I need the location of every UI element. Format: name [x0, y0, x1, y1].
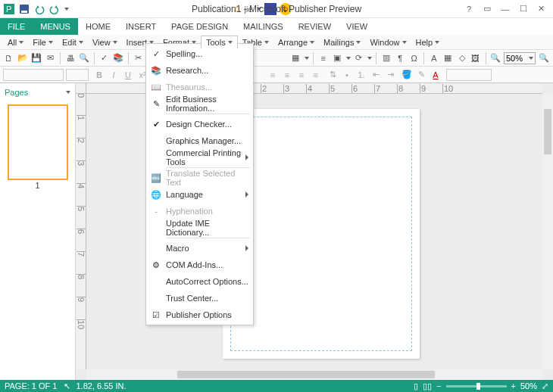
menu-tools[interactable]: Tools: [201, 36, 238, 49]
two-page-view-icon[interactable]: ▯▯: [423, 381, 432, 391]
zoom-slider[interactable]: [446, 385, 507, 387]
columns-icon[interactable]: ▥: [380, 52, 392, 64]
save-icon[interactable]: [18, 3, 30, 15]
insert-symbol-icon[interactable]: ¶: [395, 52, 406, 64]
save-tb-icon[interactable]: 💾: [31, 52, 42, 64]
print-preview-icon[interactable]: 🔍: [79, 52, 90, 64]
open-icon[interactable]: 📂: [17, 52, 28, 64]
numbering-icon[interactable]: 1.: [355, 69, 367, 81]
menu-arrange[interactable]: Arrange: [273, 36, 319, 48]
vertical-ruler[interactable]: 012345678910: [76, 83, 86, 369]
bullets-icon[interactable]: •: [341, 69, 353, 81]
thesaurus-icon: 📖: [149, 81, 163, 93]
zoom-in-status[interactable]: +: [511, 381, 516, 390]
justify-icon[interactable]: ≡: [310, 69, 322, 81]
menu-edit[interactable]: Edit: [58, 36, 88, 48]
menu-help[interactable]: Help: [411, 36, 445, 48]
menu-language[interactable]: 🌐Language: [146, 186, 253, 203]
menu-update-ime[interactable]: Update IME Dictionary...: [146, 219, 253, 236]
align-left2-icon[interactable]: ≡: [267, 69, 279, 81]
new-icon[interactable]: 🗋: [3, 52, 14, 64]
close-button[interactable]: ✕: [533, 2, 550, 16]
tab-menus[interactable]: MENUS: [33, 18, 78, 35]
rotate-icon[interactable]: ⟳: [353, 52, 364, 64]
align-center-icon[interactable]: ≡: [281, 69, 293, 81]
picture-icon[interactable]: 🖼: [470, 52, 481, 64]
line-color-icon[interactable]: ✎: [415, 69, 427, 81]
menu-view[interactable]: View: [88, 36, 122, 48]
insert-table-icon[interactable]: ▦: [442, 52, 454, 64]
group-icon[interactable]: ▣: [331, 52, 342, 64]
tab-insert[interactable]: INSERT: [118, 18, 164, 35]
status-page[interactable]: PAGE: 1 OF 1: [5, 381, 58, 390]
single-page-view-icon[interactable]: ▯: [414, 381, 418, 391]
ruler-corner[interactable]: [76, 83, 86, 94]
ribbon-options-button[interactable]: ▭: [479, 2, 495, 16]
line-spacing-icon[interactable]: ⇅: [326, 69, 339, 81]
menu-edit-business[interactable]: ✎Edit Business Information...: [146, 95, 253, 112]
maximize-button[interactable]: ☐: [515, 2, 532, 16]
menu-mailings[interactable]: Mailings: [319, 36, 365, 48]
italic-icon[interactable]: I: [108, 69, 120, 81]
align-left-icon[interactable]: ≡: [317, 52, 329, 64]
menu-autocorrect[interactable]: AutoCorrect Options...: [146, 273, 253, 290]
special-chars-icon[interactable]: Ω: [408, 52, 420, 64]
font-box[interactable]: [3, 69, 64, 81]
page-thumbnail[interactable]: [8, 104, 68, 180]
horizontal-scrollbar[interactable]: [86, 369, 542, 380]
zoom-combo[interactable]: 50%: [504, 52, 536, 64]
minimize-button[interactable]: —: [497, 2, 514, 16]
tab-home[interactable]: HOME: [78, 18, 118, 35]
window-buttons: ? ▭ — ☐ ✕: [461, 2, 553, 16]
text-box-icon[interactable]: A: [428, 52, 439, 64]
menu-research[interactable]: 📚Research...: [146, 62, 253, 79]
menu-commercial-printing[interactable]: Commercial Printing Tools: [146, 149, 253, 166]
menu-publisher-options[interactable]: ☑Publisher Options: [146, 306, 253, 323]
pages-panel-collapse-icon[interactable]: [66, 91, 70, 94]
underline-icon[interactable]: U: [122, 69, 134, 81]
zoom-out-tb-icon[interactable]: 🔍: [490, 52, 501, 64]
shape-icon[interactable]: ◇: [456, 52, 467, 64]
tab-review[interactable]: REVIEW: [291, 18, 339, 35]
tab-mailings[interactable]: MAILINGS: [236, 18, 291, 35]
bold-icon[interactable]: B: [93, 69, 105, 81]
menu-window[interactable]: Window: [365, 36, 411, 48]
zoom-in-tb-icon[interactable]: 🔍: [538, 52, 549, 64]
tab-file[interactable]: FILE: [0, 18, 33, 35]
tab-page-design[interactable]: PAGE DESIGN: [164, 18, 236, 35]
menu-translate[interactable]: 🔤Translate Selected Text: [146, 170, 253, 186]
spell-icon[interactable]: ✓: [98, 52, 110, 64]
tab-view[interactable]: VIEW: [339, 18, 375, 35]
menu-com-addins[interactable]: ⚙COM Add-Ins...: [146, 257, 253, 273]
decrease-indent-icon[interactable]: ⇤: [370, 69, 382, 81]
fit-page-icon[interactable]: ⤢: [542, 381, 548, 391]
font-size-box[interactable]: [66, 69, 89, 81]
bring-forward-icon[interactable]: ▦: [290, 52, 301, 64]
menu-trust-center[interactable]: Trust Center...: [146, 290, 253, 306]
fill-color-icon[interactable]: 🪣: [401, 69, 413, 81]
zoom-pct-status[interactable]: 50%: [520, 381, 537, 390]
menu-file[interactable]: File: [28, 36, 58, 48]
style-box[interactable]: [446, 69, 492, 81]
print-icon[interactable]: 🖶: [64, 52, 76, 64]
font-color-icon[interactable]: A: [430, 69, 442, 81]
menu-design-checker[interactable]: ✔Design Checker...: [146, 116, 253, 132]
cut-icon[interactable]: ✂: [133, 52, 144, 64]
menu-graphics-manager[interactable]: Graphics Manager...: [146, 132, 253, 149]
menu-all[interactable]: All: [3, 36, 28, 48]
help-button[interactable]: ?: [461, 2, 477, 16]
menu-thesaurus[interactable]: 📖Thesaurus...: [146, 79, 253, 95]
zoom-out-status[interactable]: −: [436, 381, 441, 390]
vertical-scrollbar[interactable]: [542, 94, 553, 369]
increase-indent-icon[interactable]: ⇥: [384, 69, 396, 81]
email-icon[interactable]: ✉: [45, 52, 56, 64]
research-tb-icon[interactable]: 📚: [112, 52, 123, 64]
menu-macro[interactable]: Macro: [146, 240, 253, 257]
align-right-icon[interactable]: ≡: [295, 69, 308, 81]
redo-icon[interactable]: [48, 3, 61, 15]
menu-hyphenation[interactable]: -Hyphenation: [146, 203, 253, 219]
undo-icon[interactable]: [33, 3, 45, 15]
hyphenation-icon: -: [149, 205, 163, 217]
qa-customize-icon[interactable]: [64, 8, 69, 11]
quick-access: P: [0, 3, 69, 15]
